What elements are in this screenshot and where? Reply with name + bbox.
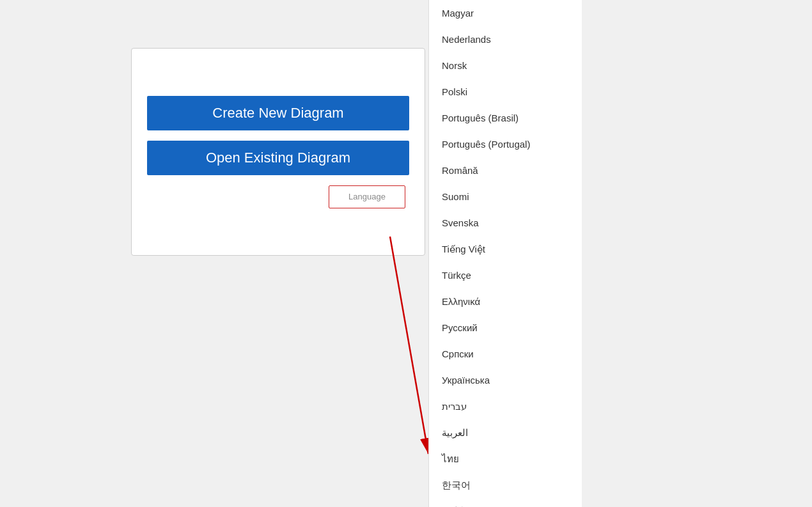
language-option[interactable]: Magyar: [429, 0, 582, 26]
open-existing-diagram-button[interactable]: Open Existing Diagram: [147, 141, 409, 175]
language-option[interactable]: 한국어: [429, 472, 582, 498]
language-option[interactable]: Русский: [429, 315, 582, 341]
arrow-annotation: [339, 217, 441, 473]
language-option[interactable]: Українська: [429, 367, 582, 393]
language-option[interactable]: Tiếng Việt: [429, 236, 582, 262]
language-button[interactable]: Language: [329, 185, 405, 208]
svg-line-1: [390, 237, 428, 454]
language-option[interactable]: Svenska: [429, 210, 582, 236]
language-option[interactable]: Српски: [429, 341, 582, 367]
language-option[interactable]: Norsk: [429, 52, 582, 79]
language-option[interactable]: 日本語: [429, 498, 582, 507]
language-option[interactable]: Ελληνικά: [429, 288, 582, 315]
language-option[interactable]: עברית: [429, 393, 582, 419]
language-option[interactable]: Português (Portugal): [429, 131, 582, 157]
language-option[interactable]: Suomi: [429, 183, 582, 210]
language-option[interactable]: العربية: [429, 419, 582, 446]
language-dropdown-panel: MagyarNederlandsNorskPolskiPortuguês (Br…: [428, 0, 582, 507]
create-new-diagram-button[interactable]: Create New Diagram: [147, 96, 409, 130]
language-option[interactable]: Português (Brasil): [429, 105, 582, 131]
dialog-card: Create New Diagram Open Existing Diagram…: [131, 48, 425, 256]
language-option[interactable]: Nederlands: [429, 26, 582, 52]
language-option[interactable]: Română: [429, 157, 582, 183]
language-option[interactable]: Polski: [429, 79, 582, 105]
language-option[interactable]: ไทย: [429, 446, 582, 472]
language-option[interactable]: Türkçe: [429, 262, 582, 288]
